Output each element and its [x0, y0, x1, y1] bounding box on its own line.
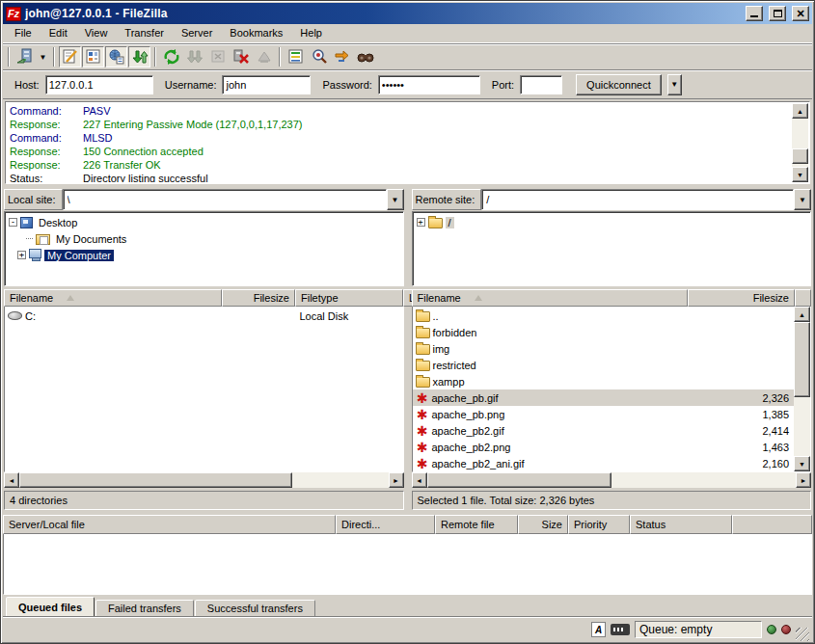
tree-item-my-computer[interactable]: + My Computer — [6, 247, 402, 263]
scroll-up-arrow[interactable]: ▲ — [792, 103, 808, 119]
log-scrollbar[interactable]: ▲ ▼ — [792, 103, 808, 182]
tab-failed-transfers[interactable]: Failed transfers — [95, 600, 194, 617]
remote-file-row[interactable]: apache_pb.png1,385 — [413, 406, 795, 422]
find-files-button[interactable] — [354, 46, 376, 67]
scrollbar-thumb[interactable] — [792, 148, 808, 164]
remote-horizontal-scrollbar[interactable]: ◄ ► — [412, 472, 812, 488]
message-log-lines: Command:PASV Response:227 Entering Passi… — [7, 103, 792, 182]
site-manager-dropdown[interactable]: ▼ — [37, 46, 49, 67]
remote-file-row[interactable]: apache_pb2_ani.gif2,160 — [413, 455, 795, 471]
host-input[interactable] — [45, 75, 153, 94]
remote-file-row[interactable]: xampp — [413, 373, 795, 389]
folder-icon — [416, 328, 430, 338]
column-status[interactable]: Status — [630, 515, 732, 534]
password-label: Password: — [322, 79, 371, 91]
local-site-dropdown[interactable]: ▼ — [387, 189, 404, 210]
remote-file-row[interactable]: img — [413, 340, 795, 357]
toggle-local-tree-button[interactable] — [82, 46, 104, 67]
local-horizontal-scrollbar[interactable]: ◄ ► — [4, 472, 404, 488]
toggle-log-button[interactable] — [59, 46, 81, 67]
minimize-button[interactable] — [746, 6, 763, 21]
sync-browsing-button[interactable] — [331, 46, 353, 67]
menu-bookmarks[interactable]: Bookmarks — [221, 25, 291, 41]
scroll-down-arrow[interactable]: ▼ — [792, 167, 808, 182]
remote-file-row[interactable]: restricted — [413, 357, 795, 373]
password-input[interactable] — [378, 75, 480, 94]
remote-site-dropdown[interactable]: ▼ — [794, 189, 811, 210]
maximize-button[interactable] — [769, 6, 786, 21]
remote-file-row[interactable]: apache_pb2.gif2,414 — [413, 422, 795, 439]
refresh-icon — [162, 47, 181, 67]
column-filesize[interactable]: Filesize — [222, 289, 295, 307]
column-priority[interactable]: Priority — [568, 515, 630, 534]
column-direction[interactable]: Directi... — [336, 515, 435, 534]
tree-item-my-documents[interactable]: My Documents — [6, 230, 402, 247]
remote-file-row[interactable]: forbidden — [413, 324, 795, 340]
menu-edit[interactable]: Edit — [41, 25, 76, 41]
scroll-left-arrow[interactable]: ◄ — [4, 472, 19, 488]
remote-site-combo[interactable]: ▼ — [481, 189, 811, 210]
title-bar[interactable]: Fz john@127.0.0.1 - FileZilla ✕ — [3, 3, 812, 24]
port-label: Port: — [492, 79, 514, 91]
column-remote-file[interactable]: Remote file — [435, 515, 518, 534]
toggle-remote-tree-button[interactable] — [105, 46, 127, 67]
expand-icon[interactable]: + — [17, 251, 26, 259]
toggle-queue-button[interactable] — [128, 46, 150, 67]
resize-grip[interactable] — [796, 628, 809, 641]
remote-file-row[interactable]: .. — [413, 308, 795, 324]
remote-file-row-selected[interactable]: apache_pb.gif2,326 — [413, 389, 795, 406]
queue-list[interactable] — [3, 534, 812, 595]
scroll-right-arrow[interactable]: ► — [389, 472, 404, 488]
scroll-down-arrow[interactable]: ▼ — [794, 456, 810, 471]
expand-icon[interactable]: + — [417, 218, 425, 227]
local-status-bar: 4 directories — [4, 491, 404, 510]
column-filename[interactable]: Filename — [4, 289, 222, 307]
local-site-combo[interactable]: ▼ — [63, 189, 404, 210]
tree-item-root[interactable]: + / — [414, 214, 810, 230]
port-input[interactable] — [520, 75, 562, 94]
remote-file-row[interactable]: apache_pb2.png1,463 — [413, 439, 795, 455]
local-file-row[interactable]: C: Local Disk — [5, 308, 403, 324]
cancel-button[interactable] — [206, 46, 229, 67]
app-icon: Fz — [6, 7, 21, 21]
site-manager-button[interactable] — [14, 46, 36, 67]
tab-successful-transfers[interactable]: Successful transfers — [195, 600, 315, 617]
menu-file[interactable]: File — [6, 25, 41, 41]
scrollbar-thumb[interactable] — [427, 472, 611, 488]
refresh-button[interactable] — [160, 46, 182, 67]
remote-site-input[interactable] — [481, 189, 794, 210]
tab-queued-files[interactable]: Queued files — [6, 597, 95, 617]
column-size[interactable]: Size — [518, 515, 568, 534]
folder-icon — [428, 218, 443, 228]
menu-transfer[interactable]: Transfer — [116, 25, 173, 41]
menu-view[interactable]: View — [76, 25, 117, 41]
filezilla-window: Fz john@127.0.0.1 - FileZilla ✕ File Edi… — [0, 0, 815, 644]
folder-icon — [416, 377, 430, 388]
scrollbar-thumb[interactable] — [794, 322, 810, 397]
local-site-input[interactable] — [63, 189, 387, 210]
scroll-right-arrow[interactable]: ► — [796, 472, 811, 488]
scroll-left-arrow[interactable]: ◄ — [412, 472, 427, 488]
scroll-up-arrow[interactable]: ▲ — [794, 307, 810, 322]
remote-vertical-scrollbar[interactable]: ▲ ▼ — [794, 307, 810, 471]
speed-limit-icon[interactable] — [611, 624, 630, 635]
column-filename[interactable]: Filename — [412, 289, 688, 307]
close-button[interactable]: ✕ — [792, 6, 809, 21]
menu-server[interactable]: Server — [173, 25, 221, 41]
compare-button[interactable] — [308, 46, 330, 67]
scrollbar-thumb[interactable] — [19, 472, 292, 488]
collapse-icon[interactable]: - — [9, 218, 17, 227]
filter-button[interactable] — [285, 46, 307, 67]
username-input[interactable] — [222, 75, 311, 94]
queue-header: Server/Local file Directi... Remote file… — [3, 515, 812, 534]
column-filesize[interactable]: Filesize — [688, 289, 796, 307]
column-server-local-file[interactable]: Server/Local file — [3, 515, 336, 534]
column-filetype[interactable]: Filetype — [295, 289, 403, 307]
reconnect-button[interactable] — [253, 46, 275, 67]
tree-item-desktop[interactable]: - Desktop — [6, 214, 402, 230]
disconnect-button[interactable] — [230, 46, 252, 67]
quickconnect-dropdown[interactable]: ▼ — [667, 74, 682, 95]
process-queue-button[interactable] — [183, 46, 205, 67]
menu-help[interactable]: Help — [291, 25, 331, 41]
quickconnect-button[interactable]: Quickconnect — [576, 74, 662, 95]
